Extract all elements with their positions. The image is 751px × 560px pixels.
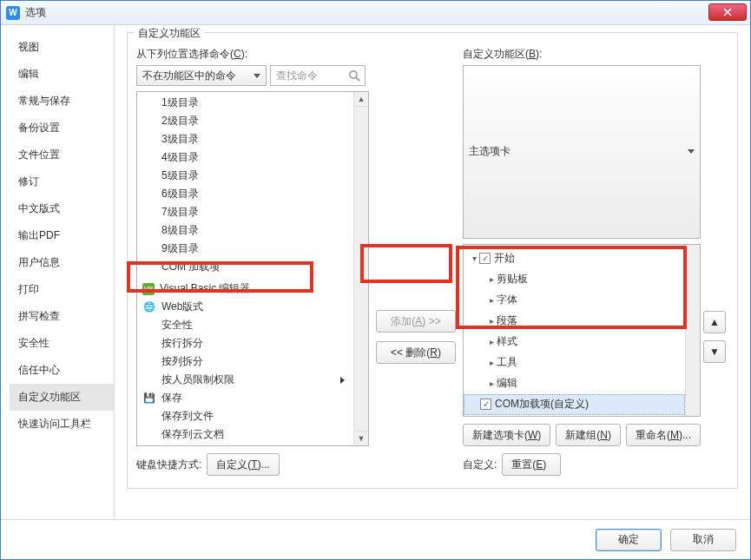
category-sidebar: 视图编辑常规与保存备份设置文件位置修订中文版式输出PDF用户信息打印拼写检查安全… xyxy=(1,25,115,519)
tree-node[interactable]: ▸工具 xyxy=(464,352,685,373)
tree-node[interactable]: ▾加载项(自定义) xyxy=(464,415,685,418)
keyboard-shortcut-label: 键盘快捷方式: xyxy=(136,458,201,472)
command-icon xyxy=(142,410,156,424)
tree-node[interactable]: ▸字体 xyxy=(464,290,685,311)
command-item[interactable]: 保存到云文档 xyxy=(137,425,353,444)
ok-button[interactable]: 确定 xyxy=(596,529,662,551)
tree-twisty-icon[interactable]: ▸ xyxy=(486,379,497,388)
tree-twisty-icon[interactable]: ▸ xyxy=(486,358,497,367)
reorder-buttons-column: ▲ ▼ xyxy=(701,42,728,476)
command-icon xyxy=(142,188,156,201)
command-item[interactable]: 2级目录 xyxy=(137,112,353,130)
tree-twisty-icon[interactable]: ▸ xyxy=(486,337,497,346)
sidebar-item[interactable]: 输出PDF xyxy=(10,222,114,249)
checkbox[interactable]: ✓ xyxy=(479,253,491,264)
close-button[interactable] xyxy=(708,3,747,21)
command-item[interactable]: 7级目录 xyxy=(137,203,353,221)
sidebar-item[interactable]: 中文版式 xyxy=(10,195,114,222)
tree-twisty-icon[interactable]: ▸ xyxy=(486,295,497,305)
cancel-button[interactable]: 取消 xyxy=(670,529,736,551)
ribbon-target-dropdown[interactable]: 主选项卡 xyxy=(463,65,701,239)
svg-line-1 xyxy=(356,77,359,81)
command-item[interactable]: 5级目录 xyxy=(137,167,353,185)
command-icon xyxy=(142,373,156,387)
command-label: 6级目录 xyxy=(161,187,199,201)
sidebar-item[interactable]: 备份设置 xyxy=(10,115,114,142)
sidebar-item[interactable]: 拼写检查 xyxy=(10,303,114,330)
search-input[interactable]: 查找命令 xyxy=(270,65,366,86)
command-item[interactable]: VBVisual Basic 编辑器 xyxy=(137,280,353,298)
rename-button[interactable]: 重命名(M)... xyxy=(626,424,701,446)
tree-node-label: 字体 xyxy=(497,293,517,307)
command-label: 4级目录 xyxy=(161,150,199,165)
command-icon xyxy=(142,319,156,333)
command-item[interactable]: 8级目录 xyxy=(137,221,353,240)
ribbon-tree[interactable]: ▾✓开始▸剪贴板▸字体▸段落▸样式▸工具▸编辑✓COM加载项(自定义)▾加载项(… xyxy=(463,244,701,418)
command-source-dropdown[interactable]: 不在功能区中的命令 xyxy=(136,65,267,86)
sidebar-item[interactable]: 编辑 xyxy=(10,61,114,88)
command-item[interactable]: 按行拆分 xyxy=(137,334,353,352)
command-item[interactable]: 🌐Web版式 xyxy=(137,298,353,316)
command-icon xyxy=(142,151,156,165)
sidebar-item[interactable]: 信任中心 xyxy=(10,357,114,384)
tree-node[interactable]: ▸编辑 xyxy=(464,373,685,394)
scroll-down-icon[interactable]: ▼ xyxy=(354,431,368,445)
scrollbar[interactable]: ▲ ▼ xyxy=(353,92,368,445)
chevron-down-icon xyxy=(688,149,695,154)
sidebar-item[interactable]: 修订 xyxy=(10,168,114,195)
submenu-icon xyxy=(340,377,345,384)
sidebar-item[interactable]: 快速访问工具栏 xyxy=(10,411,114,438)
custom-label: 自定义: xyxy=(463,458,497,472)
command-item[interactable]: 保存到文件 xyxy=(137,407,353,425)
tree-node-label: 样式 xyxy=(497,334,517,349)
tree-node[interactable]: ▸剪贴板 xyxy=(464,269,685,290)
tree-node[interactable]: ▸段落 xyxy=(464,311,685,332)
command-item[interactable]: 安全性 xyxy=(137,316,353,334)
command-item[interactable]: 💾保存 xyxy=(137,389,353,407)
command-item[interactable]: 9级目录 xyxy=(137,240,353,258)
checkbox[interactable]: ✓ xyxy=(480,399,491,410)
sidebar-item[interactable]: 视图 xyxy=(10,34,114,61)
move-down-button[interactable]: ▼ xyxy=(703,340,726,363)
remove-button[interactable]: << 删除(R) xyxy=(376,341,456,364)
content-area: 自定义功能区 从下列位置选择命令(C): 不在功能区中的命令 xyxy=(115,25,750,519)
command-item[interactable]: 按列拆分 xyxy=(137,352,353,371)
customize-shortcuts-button[interactable]: 自定义(T)... xyxy=(207,453,279,476)
sidebar-item[interactable]: 自定义功能区 xyxy=(10,384,114,411)
sidebar-item[interactable]: 文件位置 xyxy=(10,142,114,168)
tab-actions-row: 新建选项卡(W) 新建组(N) 重命名(M)... xyxy=(463,424,701,446)
reset-button[interactable]: 重置(E) xyxy=(502,453,561,476)
move-up-button[interactable]: ▲ xyxy=(703,311,726,333)
dialog-body: 视图编辑常规与保存备份设置文件位置修订中文版式输出PDF用户信息打印拼写检查安全… xyxy=(1,25,750,519)
commands-listbox[interactable]: 1级目录2级目录3级目录4级目录5级目录6级目录7级目录8级目录9级目录COM … xyxy=(136,91,369,446)
tree-node-label: 编辑 xyxy=(497,376,517,391)
tree-node[interactable]: ▾✓开始 xyxy=(464,248,685,269)
command-item[interactable]: 1级目录 xyxy=(137,94,353,112)
command-icon xyxy=(142,169,156,183)
new-tab-button[interactable]: 新建选项卡(W) xyxy=(463,424,550,446)
sidebar-item[interactable]: 安全性 xyxy=(10,330,114,357)
tree-twisty-icon[interactable]: ▸ xyxy=(486,274,497,284)
vb-icon: VB xyxy=(142,283,155,295)
add-button[interactable]: 添加(A) >> xyxy=(376,310,456,333)
command-icon xyxy=(142,206,156,220)
command-item[interactable]: 按人员限制权限 xyxy=(137,371,353,389)
sidebar-item[interactable]: 用户信息 xyxy=(10,249,114,276)
scrollbar[interactable] xyxy=(685,245,700,417)
tree-twisty-icon[interactable]: ▾ xyxy=(469,254,479,263)
command-item[interactable]: 4级目录 xyxy=(137,148,353,167)
command-item[interactable]: 6级目录 xyxy=(137,185,353,203)
sidebar-item[interactable]: 常规与保存 xyxy=(10,88,114,115)
command-item[interactable]: COM 加载项 xyxy=(137,258,353,276)
tree-node[interactable]: ✓COM加载项(自定义) xyxy=(464,394,685,415)
svg-point-0 xyxy=(350,71,357,78)
new-group-button[interactable]: 新建组(N) xyxy=(556,424,621,446)
command-icon xyxy=(142,115,156,128)
command-item[interactable]: 3级目录 xyxy=(137,130,353,148)
command-label: 3级目录 xyxy=(161,132,199,147)
tree-node[interactable]: ▸样式 xyxy=(464,332,685,352)
scroll-up-icon[interactable]: ▲ xyxy=(354,92,368,107)
tree-twisty-icon[interactable]: ▸ xyxy=(486,316,497,326)
sidebar-item[interactable]: 打印 xyxy=(10,276,114,303)
customize-ribbon-group: 自定义功能区 从下列位置选择命令(C): 不在功能区中的命令 xyxy=(127,32,738,489)
